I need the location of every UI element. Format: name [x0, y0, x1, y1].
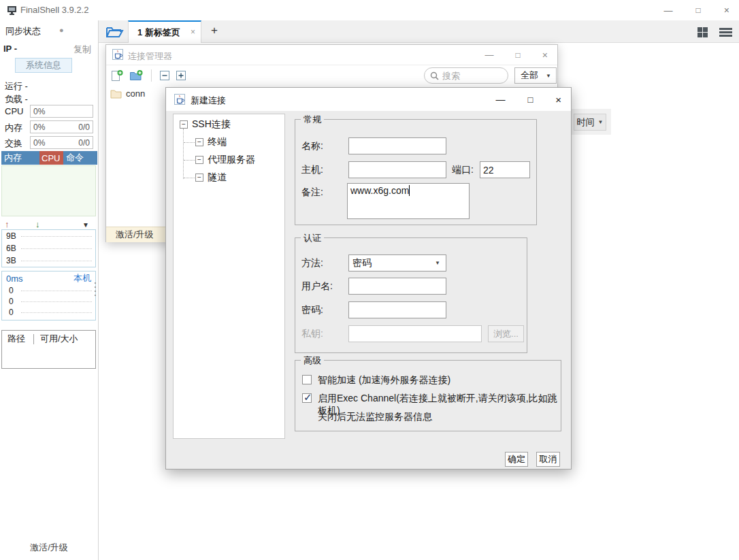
search-field: [424, 67, 508, 84]
swap-extra: 0/0: [78, 138, 90, 148]
tab-memory[interactable]: 内存: [1, 151, 39, 165]
tree-connector: [184, 160, 195, 161]
load-label: 负载 -: [5, 93, 28, 105]
tree-node-ssh[interactable]: SSH连接: [192, 118, 231, 131]
method-select[interactable]: 密码 ▼: [348, 254, 446, 271]
mem-stat-label: 内存: [5, 122, 22, 134]
ping-tick: 0: [2, 286, 21, 295]
swap-percent: 0%: [33, 138, 45, 148]
auth-groupbox: 认证 方法: 密码 ▼ 用户名: 密码: 私钥: 浏览...: [295, 237, 527, 353]
column-divider: [33, 334, 34, 344]
maximize-button[interactable]: □: [516, 50, 521, 60]
java-app-icon: [174, 94, 185, 105]
cpu-stat-label: CPU: [5, 106, 23, 116]
username-input[interactable]: [348, 278, 446, 295]
tab-cpu[interactable]: CPU: [39, 151, 63, 165]
exec-channel-checkbox[interactable]: ✓: [302, 393, 312, 403]
username-label: 用户名:: [301, 280, 333, 293]
time-sort-dropdown[interactable]: 时间 ▼: [574, 114, 606, 131]
password-input[interactable]: [348, 301, 446, 318]
disk-col-path: 路径: [2, 333, 25, 345]
ping-tick: 0: [2, 308, 21, 317]
ping-host-label[interactable]: 本机: [73, 272, 91, 284]
conn-folder-label: conn: [126, 88, 145, 99]
tree-expander-icon[interactable]: −: [195, 156, 203, 164]
new-tab-button[interactable]: +: [208, 24, 221, 37]
expand-all-icon[interactable]: [176, 70, 186, 81]
tree-item-conn-folder[interactable]: conn: [110, 88, 145, 99]
mem-percent: 0%: [33, 122, 45, 132]
maximize-button[interactable]: □: [527, 95, 533, 105]
minimize-button[interactable]: —: [485, 50, 494, 60]
advanced-legend: 高级: [301, 355, 324, 367]
copy-ip-link[interactable]: 复制: [73, 44, 91, 56]
filter-dropdown[interactable]: 全部 ▼: [514, 67, 557, 84]
advanced-groupbox: 高级 智能加速 (加速海外服务器连接) ✓ 启用Exec Channel(若连接…: [295, 360, 561, 431]
maximize-button[interactable]: □: [696, 5, 701, 15]
sidebar-resize-handle[interactable]: [95, 282, 96, 296]
tree-expander-icon[interactable]: −: [180, 120, 188, 129]
port-input[interactable]: [480, 161, 530, 178]
host-input[interactable]: [348, 161, 446, 178]
tab-new-tab-page[interactable]: 1 新标签页 ×: [128, 20, 201, 43]
ok-button[interactable]: 确定: [505, 452, 528, 467]
close-button[interactable]: ×: [555, 94, 561, 105]
search-icon: [430, 71, 439, 80]
remark-textarea[interactable]: www.x6g.com: [347, 183, 470, 219]
layout-grid-icon[interactable]: [697, 27, 708, 37]
net-tick: 9B: [2, 231, 21, 241]
tab-close-icon[interactable]: ×: [191, 27, 195, 37]
java-app-icon: [112, 49, 123, 60]
minimize-button[interactable]: —: [664, 5, 673, 16]
tree-expander-icon[interactable]: −: [195, 174, 203, 182]
disk-col-size: 可用/大小: [40, 333, 78, 345]
net-gridline: [21, 236, 92, 237]
activate-upgrade-link[interactable]: 激活/升级: [0, 542, 98, 554]
minimize-button[interactable]: —: [495, 94, 505, 105]
tree-node-proxy[interactable]: 代理服务器: [208, 154, 255, 166]
search-input[interactable]: [442, 71, 497, 81]
mem-extra: 0/0: [78, 122, 90, 132]
settings-tree: − SSH连接 − 终端 − 代理服务器 − 隧道: [173, 114, 285, 439]
browse-button[interactable]: 浏览...: [488, 325, 524, 342]
swap-stat-label: 交换: [5, 137, 22, 150]
host-label: 主机:: [301, 164, 323, 176]
finalshell-app: FinalShell 3.9.2.2 — □ × 同步状态 ● IP - 复制 …: [0, 0, 739, 560]
tree-expander-icon[interactable]: −: [195, 138, 203, 146]
tree-node-terminal[interactable]: 终端: [208, 136, 227, 148]
tree-node-tunnel[interactable]: 隧道: [208, 171, 227, 184]
ping-gridline: [21, 301, 92, 302]
system-info-button[interactable]: 系统信息: [15, 58, 72, 73]
open-folder-icon[interactable]: [105, 25, 124, 39]
ping-chart: 0ms 本机 0 0 0: [1, 271, 96, 320]
cancel-button[interactable]: 取消: [536, 452, 560, 467]
time-sort-label: 时间: [577, 116, 595, 129]
net-gridline: [21, 261, 92, 261]
network-chart: 9B 6B 3B: [1, 229, 96, 267]
tab-command[interactable]: 命令: [63, 151, 97, 165]
filter-label: 全部: [521, 69, 538, 82]
new-folder-icon[interactable]: [129, 69, 144, 82]
private-key-input[interactable]: [348, 325, 482, 342]
menu-icon[interactable]: [719, 28, 732, 37]
check-icon: ✓: [303, 391, 312, 403]
close-button[interactable]: ×: [542, 50, 548, 61]
upload-arrow-icon: ↑: [5, 219, 10, 229]
tree-connector: [184, 178, 195, 178]
general-legend: 常规: [301, 114, 324, 126]
net-gridline: [21, 248, 92, 249]
cpu-percent: 0%: [33, 107, 45, 116]
name-input[interactable]: [348, 137, 446, 154]
ping-gridline: [21, 291, 92, 291]
net-chart-dropdown-icon[interactable]: ▼: [82, 221, 89, 229]
smart-accel-label[interactable]: 智能加速 (加速海外服务器连接): [318, 374, 450, 386]
ip-label: IP -: [3, 44, 17, 54]
password-label: 密码:: [301, 304, 323, 316]
collapse-all-icon[interactable]: [159, 70, 170, 81]
new-connection-dialog: 新建连接 — □ × − SSH连接 − 终端 − 代理服务器 − 隧道 常规 …: [165, 87, 572, 470]
ping-gridline: [21, 312, 92, 313]
tree-connector: [184, 142, 195, 143]
close-button[interactable]: ×: [724, 5, 729, 16]
new-connection-icon[interactable]: [111, 69, 124, 82]
smart-accel-checkbox[interactable]: [302, 375, 312, 384]
